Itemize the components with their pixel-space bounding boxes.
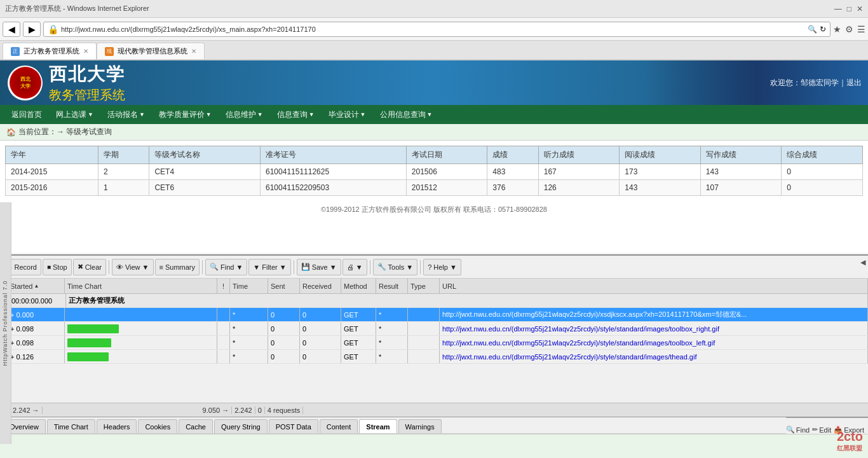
tab1-close[interactable]: ✕ [83, 48, 88, 55]
col-header-url[interactable]: URL [440, 279, 868, 293]
row-method: GET [341, 336, 376, 349]
side-label-text: HttpWatch Professional 7.0 [3, 281, 9, 366]
watermark-sub: 红黑联盟 [837, 444, 863, 453]
row-received: 0 [300, 336, 341, 349]
menu-icon[interactable]: ☰ [857, 24, 865, 34]
close-btn[interactable]: ✕ [857, 4, 863, 13]
col-header-type[interactable]: Type [408, 279, 440, 293]
row-timechart [65, 350, 217, 363]
hw-table-header: Started ▲ Time Chart ! Time Sent Receive… [0, 279, 868, 294]
hw-tab-warnings[interactable]: Warnings [398, 419, 442, 433]
tab2-close[interactable]: ✕ [191, 48, 196, 55]
row-result: * [376, 350, 408, 363]
col-header-timechart[interactable]: Time Chart [65, 279, 217, 293]
col-header-time[interactable]: Time [230, 279, 268, 293]
col-header-result[interactable]: Result [376, 279, 408, 293]
browser-tab-1[interactable]: 正 正方教务管理系统 ✕ [3, 43, 97, 59]
settings-icon[interactable]: ⚙ [845, 24, 853, 34]
hw-tab-post-data[interactable]: POST Data [269, 419, 318, 433]
help-button[interactable]: ? Help ▼ [423, 259, 461, 275]
hw-tab-query-string[interactable]: Query String [214, 419, 268, 433]
nav-activity[interactable]: 活动报名 ▼ [101, 107, 151, 123]
table-cell: 173 [620, 164, 701, 180]
nav-home[interactable]: 返回首页 [5, 107, 48, 123]
table-row: 2015-20161CET661004115220950320151237612… [6, 180, 863, 196]
hw-table-row[interactable]: + 0.000 * 0 0 GET * http://jwxt.nwu.edu.… [0, 308, 868, 322]
footer-received-val: 2.242 [234, 406, 252, 414]
filter-button[interactable]: ▼ Filter ▼ [248, 259, 290, 275]
col-header-excl[interactable]: ! [217, 279, 230, 293]
hw-table-row[interactable]: − 00:00:00.000 正方教务管理系统 [0, 294, 868, 308]
row-time: * [230, 322, 268, 335]
save-icon: 💾 [301, 263, 310, 271]
back-button[interactable]: ◀ [3, 22, 20, 37]
tab-edit-icon: ✏ [812, 426, 818, 434]
col-total: 综合成绩 [782, 146, 863, 164]
nav-info-query[interactable]: 信息查询 ▼ [271, 107, 321, 123]
col-header-sent[interactable]: Sent [268, 279, 300, 293]
view-button[interactable]: 👁 View ▼ [112, 259, 154, 275]
clear-button[interactable]: ✖ Clear [73, 259, 106, 275]
tab-edit-btn[interactable]: ✏ Edit [812, 426, 831, 434]
stop-label: Stop [53, 263, 67, 271]
footer-requests-zero: 0 [255, 406, 265, 414]
uni-header: 西北大学 西北大学 教务管理系统 欢迎您：邹德宏同学｜退出 [0, 60, 868, 105]
row-excl [217, 322, 230, 335]
save-button[interactable]: 💾 Save ▼ [297, 259, 341, 275]
tools-button[interactable]: 🔧 Tools ▼ [373, 259, 418, 275]
summary-button[interactable]: ≡ Summary [155, 259, 200, 275]
minimize-btn[interactable]: — [834, 4, 842, 13]
title-bar-controls[interactable]: — □ ✕ [834, 4, 863, 13]
nav-graduation[interactable]: 毕业设计 ▼ [322, 107, 372, 123]
row-received: 0 [300, 350, 341, 363]
view-icon: 👁 [116, 263, 123, 271]
table-cell: 201512 [406, 180, 487, 196]
hw-tab-content[interactable]: Content [320, 419, 358, 433]
watermark: 2cto 红黑联盟 [837, 429, 863, 453]
table-cell: 376 [487, 180, 538, 196]
hw-network-area: Started ▲ Time Chart ! Time Sent Receive… [0, 279, 868, 417]
tools-icon: 🔧 [377, 263, 386, 271]
webpage-content: 西北大学 西北大学 教务管理系统 欢迎您：邹德宏同学｜退出 返回首页 网上选课 … [0, 60, 868, 254]
nav-course-select[interactable]: 网上选课 ▼ [50, 107, 100, 123]
help-icon: ? [428, 263, 431, 271]
row-sent: 0 [268, 336, 300, 349]
hw-table-row[interactable]: + 0.126 * 0 0 GET * http://jwxt.nwu.edu.… [0, 350, 868, 364]
browser-tab-2[interactable]: 现 现代教学管理信息系统 ✕ [97, 43, 205, 59]
hw-tab-headers[interactable]: Headers [97, 419, 137, 433]
collapse-icon[interactable]: ◀ [860, 258, 865, 267]
copyright: ©1999-2012 正方软件股份有限公司 版权所有 联系电话：0571-899… [0, 201, 868, 218]
col-header-started[interactable]: Started ▲ [8, 279, 65, 293]
browser-nav-bar: ◀ ▶ 🔒 http://jwxt.nwu.edu.cn/(dlxrmg55j2… [0, 18, 868, 41]
favorites-icon[interactable]: ★ [833, 24, 841, 34]
nav-quality[interactable]: 教学质量评价 ▼ [153, 107, 218, 123]
table-cell: 167 [538, 164, 620, 180]
row-timechart [65, 308, 217, 321]
maximize-btn[interactable]: □ [847, 4, 851, 13]
hw-tab-cookies[interactable]: Cookies [138, 419, 177, 433]
table-cell: 2015-2016 [6, 180, 98, 196]
stop-button[interactable]: ■ Stop [43, 259, 72, 275]
forward-button[interactable]: ▶ [23, 22, 41, 37]
row-time: * [230, 350, 268, 363]
hw-tab-time-chart[interactable]: Time Chart [47, 419, 95, 433]
nav-public-info[interactable]: 公用信息查询 ▼ [374, 107, 439, 123]
find-button[interactable]: 🔍 Find ▼ [205, 259, 247, 275]
hw-table-row[interactable]: + 0.098 * 0 0 GET * http://jwxt.nwu.edu.… [0, 322, 868, 336]
col-header-received[interactable]: Received [300, 279, 341, 293]
nav-info-maintain[interactable]: 信息维护 ▼ [219, 107, 269, 123]
hw-tab-cache[interactable]: Cache [179, 419, 213, 433]
col-writing: 写作成绩 [700, 146, 782, 164]
col-exam-date: 考试日期 [406, 146, 487, 164]
table-cell: 143 [700, 164, 782, 180]
hw-table-row[interactable]: + 0.098 * 0 0 GET * http://jwxt.nwu.edu.… [0, 336, 868, 350]
address-bar[interactable]: 🔒 http://jwxt.nwu.edu.cn/(dlxrmg55j21wla… [43, 22, 831, 37]
httpwatch-panel: ● Record ■ Stop ✖ Clear 👁 View ▼ ≡ Summa… [0, 254, 868, 458]
hw-tab-stream[interactable]: Stream [359, 419, 397, 433]
tab-find-btn[interactable]: 🔍 Find [786, 426, 810, 434]
hw-detail-panel: OverviewTime ChartHeadersCookiesCacheQue… [0, 417, 868, 458]
row-method: GET [341, 308, 376, 321]
print-button[interactable]: 🖨 ▼ [342, 259, 367, 275]
col-header-method[interactable]: Method [341, 279, 376, 293]
table-header-row: 学年 学期 等级考试名称 准考证号 考试日期 成绩 听力成绩 阅读成绩 写作成绩… [6, 146, 863, 164]
